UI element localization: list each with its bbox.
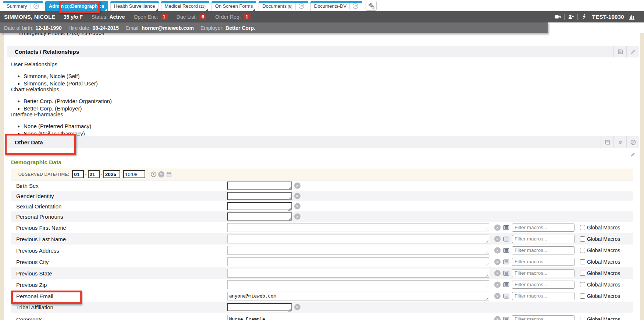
previous-zip-textarea[interactable]: [227, 280, 489, 289]
global-macros-label: Global Macros: [587, 316, 620, 320]
filter-macros-input[interactable]: [512, 269, 574, 277]
tab-documents[interactable]: Documents (6): [259, 1, 308, 11]
tab-summary[interactable]: Summary: [3, 1, 43, 11]
global-macros-checkbox[interactable]: [580, 293, 585, 299]
sexual-orientation-input[interactable]: [227, 202, 292, 210]
textarea-resize-icon[interactable]: [485, 285, 488, 288]
date-separator: -: [101, 172, 102, 177]
edit-button[interactable]: [626, 46, 639, 57]
textarea-value: [228, 224, 489, 226]
filter-macros-input[interactable]: [512, 281, 574, 289]
tab-health-surveillance[interactable]: Health Surveillance: [110, 1, 159, 11]
observed-datetime-icons: ×: [150, 171, 172, 177]
filter-macros-input[interactable]: [512, 292, 574, 300]
chart-content-panel: Emergency Phone: (765) 234-5604 Contacts…: [4, 33, 640, 320]
tab-documents-dv[interactable]: Documents-DV: [310, 1, 362, 11]
personal-email-textarea[interactable]: anyone@mieweb.com: [227, 292, 489, 300]
textarea-resize-icon[interactable]: [485, 251, 488, 254]
previous-address-textarea[interactable]: [227, 246, 489, 255]
observed-month-input[interactable]: [72, 170, 84, 178]
clear-icon[interactable]: ×: [494, 259, 501, 265]
macro-list-icon[interactable]: [503, 293, 509, 299]
lightning-icon[interactable]: [581, 14, 587, 20]
clear-icon[interactable]: ×: [494, 316, 501, 320]
birth-sex-input[interactable]: [227, 182, 292, 190]
previous-state-textarea[interactable]: [227, 269, 489, 278]
journal-button[interactable]: [613, 46, 626, 57]
patient-name: SIMMONS, NICOLE: [4, 14, 56, 20]
clear-icon[interactable]: ×: [294, 304, 300, 310]
global-macros-checkbox[interactable]: [580, 259, 585, 264]
popout-icon[interactable]: [298, 3, 305, 9]
gender-identity-input[interactable]: [227, 192, 292, 200]
macro-list-icon[interactable]: [503, 259, 509, 265]
previous-city-textarea[interactable]: [227, 257, 489, 266]
clear-icon[interactable]: ×: [494, 281, 501, 288]
list-item: None (Mail-In Pharmacy): [24, 130, 91, 137]
filter-macros-input[interactable]: [512, 246, 574, 254]
global-macros-checkbox[interactable]: [580, 248, 585, 253]
open-enc-badge[interactable]: 1: [161, 14, 168, 20]
filter-macros-input[interactable]: [512, 235, 574, 243]
clock-icon[interactable]: [150, 171, 157, 177]
book-icon: [617, 49, 623, 55]
global-macros-checkbox[interactable]: [580, 282, 585, 287]
clear-icon[interactable]: ×: [294, 183, 300, 189]
edit-demographic-data-button[interactable]: [630, 151, 636, 159]
bar-chart-icon[interactable]: [629, 14, 635, 20]
clear-icon[interactable]: ×: [294, 193, 300, 199]
observed-time-input[interactable]: [123, 170, 145, 178]
tab-medical-record[interactable]: Medical Record (11): [161, 1, 209, 11]
clear-icon[interactable]: ×: [494, 247, 501, 253]
personal-pronouns-input[interactable]: [227, 212, 292, 221]
person-add-icon[interactable]: [568, 14, 574, 20]
tab-summary-label: Summary: [7, 3, 27, 9]
macro-list-icon[interactable]: [503, 281, 509, 288]
filter-macros-input[interactable]: [512, 315, 574, 320]
clear-icon[interactable]: ×: [158, 171, 164, 177]
macro-list-icon[interactable]: [503, 236, 509, 242]
clear-icon[interactable]: ×: [294, 214, 300, 220]
date-separator: -: [85, 172, 86, 177]
tab-settings-button[interactable]: [366, 1, 377, 11]
textarea-value: [228, 281, 489, 283]
global-macros-checkbox[interactable]: [580, 317, 585, 320]
video-icon[interactable]: [555, 14, 561, 20]
previous-last-name-textarea[interactable]: [227, 235, 489, 243]
order-req-badge[interactable]: 1: [243, 14, 250, 20]
macro-list-icon[interactable]: [503, 247, 509, 253]
popout-icon[interactable]: [352, 3, 359, 9]
observed-day-input[interactable]: [88, 170, 100, 178]
global-macros-checkbox[interactable]: [580, 271, 585, 276]
tribal-affiliation-input[interactable]: [227, 303, 292, 311]
due-list-badge[interactable]: 6: [199, 14, 206, 20]
clipped-text: Emergency Phone: (765) 234-5604: [18, 33, 166, 36]
tab-divider: [30, 3, 31, 10]
macro-list-icon[interactable]: [503, 316, 509, 320]
clear-icon[interactable]: ×: [494, 224, 501, 231]
observed-year-input[interactable]: [103, 170, 120, 178]
previous-first-name-textarea[interactable]: [227, 223, 489, 232]
journal-button[interactable]: [601, 136, 613, 148]
disable-button[interactable]: [626, 136, 639, 148]
filter-macros-input[interactable]: [512, 224, 574, 232]
calendar-icon[interactable]: [166, 171, 172, 177]
clear-icon[interactable]: ×: [494, 270, 501, 276]
macro-list-icon[interactable]: [503, 224, 509, 231]
filter-macros-input[interactable]: [512, 258, 574, 266]
textarea-resize-icon[interactable]: [485, 228, 488, 231]
collapse-button[interactable]: [613, 136, 626, 148]
global-macros-checkbox[interactable]: [580, 225, 585, 230]
textarea-resize-icon[interactable]: [485, 239, 488, 243]
textarea-resize-icon[interactable]: [485, 274, 488, 277]
global-macros-checkbox[interactable]: [580, 236, 585, 242]
macro-list-icon[interactable]: [503, 270, 509, 276]
clear-icon[interactable]: ×: [494, 236, 501, 242]
tab-on-screen-forms[interactable]: On Screen Forms: [211, 1, 257, 11]
tab-admin-demographics[interactable]: Admin (3) :Demographics: [45, 1, 108, 11]
clear-icon[interactable]: ×: [294, 203, 300, 210]
clear-icon[interactable]: ×: [494, 293, 501, 299]
popout-icon[interactable]: [33, 3, 39, 9]
comments-textarea[interactable]: Nurse Example: [227, 315, 489, 320]
textarea-resize-icon[interactable]: [485, 262, 488, 266]
